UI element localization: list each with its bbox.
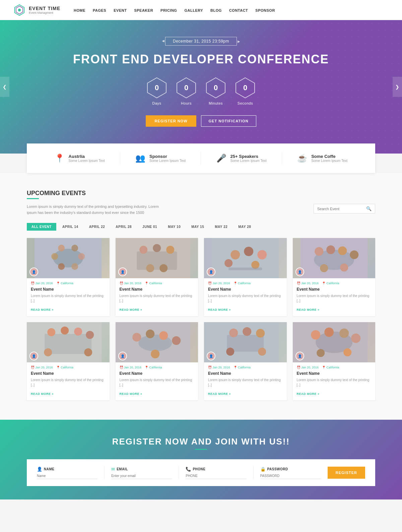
nav-item-contact[interactable]: CONTACT xyxy=(229,8,248,12)
nav-item-event[interactable]: EVENT xyxy=(114,8,127,12)
slide-next-arrow[interactable]: ❯ xyxy=(393,77,402,97)
filter-tab-may-10[interactable]: MAY 10 xyxy=(163,223,185,231)
form-input-phone[interactable] xyxy=(186,473,246,479)
logo[interactable]: EVENT TIME Event Managment xyxy=(13,4,60,16)
event-name-1: Event Name xyxy=(120,287,194,292)
svg-point-31 xyxy=(315,247,323,256)
hex-box: 0 xyxy=(145,76,168,99)
register-footer-underline xyxy=(195,449,207,450)
event-card-4: 👤 ⏰ Jan 20, 2016 📍 California Event Name… xyxy=(27,322,110,400)
form-field-icon-3: 🔒 xyxy=(260,467,266,472)
svg-point-24 xyxy=(244,247,253,256)
filter-tab-may-22[interactable]: MAY 22 xyxy=(210,223,232,231)
svg-point-2 xyxy=(18,9,21,11)
countdown-value: 0 xyxy=(184,83,188,92)
stat-text-0: Austrlia Some Lorem Ipsum Text xyxy=(69,154,105,163)
event-location-3: 📍 California xyxy=(322,282,339,285)
nav-item-home[interactable]: HOME xyxy=(74,8,85,12)
event-meta-3: ⏰ Jan 20, 2016 📍 California xyxy=(297,282,372,285)
nav-item-blog[interactable]: BLOG xyxy=(210,8,222,12)
read-more-5[interactable]: READ MORE » xyxy=(120,392,142,396)
event-meta-6: ⏰ Jan 20, 2016 📍 California xyxy=(208,366,283,369)
svg-point-11 xyxy=(51,253,58,260)
svg-point-34 xyxy=(350,250,358,259)
read-more-1[interactable]: READ MORE » xyxy=(120,308,142,311)
events-section: UPCOMING EVENTS Lorem ipsum is simply du… xyxy=(0,173,402,420)
form-field-label-3: PASSWORD xyxy=(267,467,288,471)
search-input[interactable] xyxy=(317,207,364,211)
event-body-3: ⏰ Jan 20, 2016 📍 California Event Name L… xyxy=(293,278,376,316)
svg-point-50 xyxy=(172,336,181,345)
svg-point-14 xyxy=(71,263,78,270)
event-location-0: 📍 California xyxy=(56,282,74,285)
svg-point-9 xyxy=(58,245,65,251)
form-input-password[interactable] xyxy=(260,473,321,479)
nav-item-gallery[interactable]: GALLERY xyxy=(184,8,203,12)
countdown-value: 0 xyxy=(243,83,247,92)
stat-icon-1: 👥 xyxy=(135,154,145,163)
stats-bar: 📍 Austrlia Some Lorem Ipsum Text 👥 Spons… xyxy=(27,143,375,173)
filter-tab-april-14[interactable]: APRIL 14 xyxy=(58,223,83,231)
event-card-3: 👤 ⏰ Jan 20, 2016 📍 California Event Name… xyxy=(293,238,376,316)
event-date-5: ⏰ Jan 20, 2016 xyxy=(120,366,142,369)
footer-register-button[interactable]: REGISTER xyxy=(328,467,365,479)
event-image-4: 👤 xyxy=(27,322,110,362)
svg-point-21 xyxy=(159,264,168,272)
read-more-3[interactable]: READ MORE » xyxy=(297,308,320,311)
event-excerpt-0: Lorem ipsum is simply dummy text of the … xyxy=(31,293,106,303)
form-field-email: ✉ EMAIL xyxy=(111,467,172,479)
search-icon: 🔍 xyxy=(366,206,372,211)
form-input-name[interactable] xyxy=(37,473,97,479)
read-more-6[interactable]: READ MORE » xyxy=(208,392,231,396)
event-body-4: ⏰ Jan 20, 2016 📍 California Event Name L… xyxy=(27,362,110,400)
event-card-2: 👤 ⏰ Jan 20, 2016 📍 California Event Name… xyxy=(204,238,287,316)
events-description: Lorem ipsum is simply dummy text of the … xyxy=(27,204,168,216)
search-box[interactable]: 🔍 xyxy=(314,204,375,214)
event-name-3: Event Name xyxy=(297,287,372,292)
nav-item-pricing[interactable]: PRICING xyxy=(160,8,177,12)
navbar: EVENT TIME Event Managment HOMEPAGESEVEN… xyxy=(0,0,402,20)
event-excerpt-2: Lorem ipsum is simply dummy text of the … xyxy=(208,293,283,303)
stat-title-0: Austrlia xyxy=(69,154,105,159)
read-more-0[interactable]: READ MORE » xyxy=(31,308,54,311)
read-more-7[interactable]: READ MORE » xyxy=(297,392,320,396)
svg-point-51 xyxy=(151,350,159,358)
nav-item-speaker[interactable]: SPEAKER xyxy=(134,8,153,12)
svg-point-42 xyxy=(86,331,94,339)
event-meta-2: ⏰ Jan 20, 2016 📍 California xyxy=(208,282,283,285)
filter-tab-april-22[interactable]: APRIL 22 xyxy=(84,223,110,231)
svg-rect-22 xyxy=(212,238,279,278)
event-location-6: 📍 California xyxy=(233,366,251,369)
event-excerpt-1: Lorem ipsum is simply dummy text of the … xyxy=(120,293,194,303)
nav-item-sponsor[interactable]: SPONSOR xyxy=(255,8,275,12)
filter-tab-all-event[interactable]: ALL EVENT xyxy=(27,223,56,231)
form-field-header-0: 👤 Name xyxy=(37,467,97,472)
nav-item-pages[interactable]: PAGES xyxy=(93,8,106,12)
read-more-2[interactable]: READ MORE » xyxy=(208,308,231,311)
event-card-6: 👤 ⏰ Jan 20, 2016 📍 California Event Name… xyxy=(204,322,287,400)
event-body-7: ⏰ Jan 20, 2016 📍 California Event Name L… xyxy=(293,362,376,400)
event-image-5: 👤 xyxy=(116,322,198,362)
filter-tab-may-15[interactable]: MAY 15 xyxy=(187,223,209,231)
svg-rect-16 xyxy=(137,251,177,270)
event-excerpt-5: Lorem ipsum is simply dummy text of the … xyxy=(120,377,194,388)
svg-point-43 xyxy=(44,348,52,356)
svg-point-64 xyxy=(351,334,360,343)
slide-prev-arrow[interactable]: ❮ xyxy=(0,77,9,97)
stat-icon-2: 🎤 xyxy=(216,154,226,163)
svg-point-12 xyxy=(78,253,85,260)
stat-divider-2 xyxy=(201,152,201,165)
event-body-1: ⏰ Jan 20, 2016 📍 California Event Name L… xyxy=(116,278,198,316)
form-input-email[interactable] xyxy=(111,473,172,479)
filter-tab-may-28[interactable]: MAY 28 xyxy=(233,223,256,231)
stat-divider-1 xyxy=(120,152,120,165)
filter-tab-june-01[interactable]: JUNE 01 xyxy=(138,223,162,231)
filter-tab-april-28[interactable]: APRIL 28 xyxy=(111,223,136,231)
form-field-phone: 📞 PHONE xyxy=(186,467,246,479)
filter-tabs: ALL EVENTAPRIL 14APRIL 22APRIL 28JUNE 01… xyxy=(27,223,375,231)
event-avatar-3: 👤 xyxy=(295,268,304,276)
countdown-value: 0 xyxy=(214,83,218,92)
svg-point-10 xyxy=(71,245,78,251)
read-more-4[interactable]: READ MORE » xyxy=(31,392,54,396)
event-date-1: ⏰ Jan 20, 2016 xyxy=(120,282,142,285)
